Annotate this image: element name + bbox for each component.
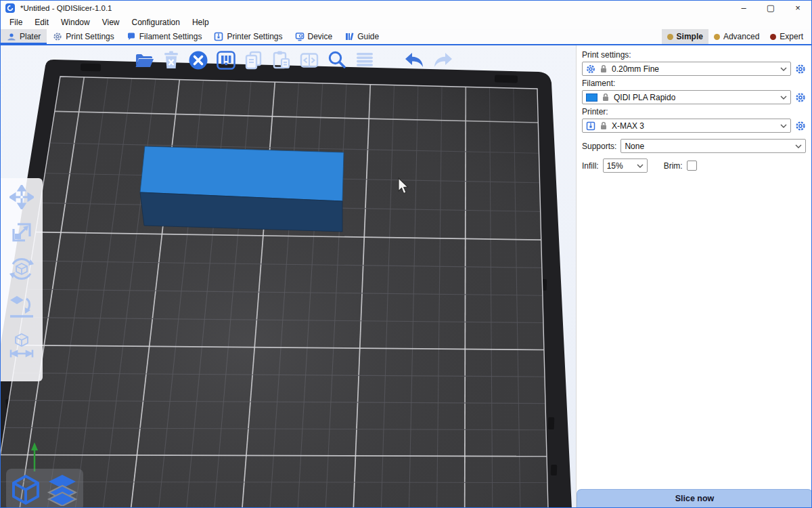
printer-gear-button[interactable] xyxy=(795,121,806,131)
expert-mode-dot-icon xyxy=(770,34,776,40)
window-title: *Untitled - QIDISlicer-1.0.1 xyxy=(20,4,112,12)
tab-plater[interactable]: Plater xyxy=(1,29,47,44)
supports-label: Supports: xyxy=(582,142,616,151)
settings-sidebar: Print settings: 0.20mm Fine Filament: QI… xyxy=(576,45,812,507)
rotate-icon[interactable] xyxy=(8,255,35,282)
tab-bar: Plater Print Settings Filament Settings … xyxy=(1,29,811,45)
arrange-icon[interactable] xyxy=(215,49,237,71)
copy-icon[interactable] xyxy=(243,49,265,71)
filament-icon xyxy=(127,32,136,41)
advanced-mode-dot-icon xyxy=(714,34,720,40)
brim-label: Brim: xyxy=(664,161,683,171)
guide-icon xyxy=(344,32,354,41)
filament-label: Filament: xyxy=(582,79,806,88)
supports-combo[interactable]: None xyxy=(621,139,806,153)
chevron-down-icon xyxy=(637,164,644,168)
slice-now-button[interactable]: Slice now xyxy=(577,489,812,507)
print-settings-value: 0.20mm Fine xyxy=(612,64,659,74)
print-settings-gear-button[interactable] xyxy=(795,64,806,75)
place-on-face-icon[interactable] xyxy=(9,293,35,320)
layer-height-icon[interactable] xyxy=(354,49,376,71)
lock-icon xyxy=(602,93,610,102)
open-file-icon[interactable] xyxy=(133,49,155,71)
measure-icon[interactable] xyxy=(8,331,35,358)
print-settings-combo[interactable]: 0.20mm Fine xyxy=(582,62,791,76)
printer-label: Printer: xyxy=(582,107,806,117)
menu-window[interactable]: Window xyxy=(55,16,96,29)
mode-selector: Simple Advanced Expert xyxy=(662,29,809,44)
filament-color-swatch xyxy=(586,93,597,102)
printer-value: X-MAX 3 xyxy=(612,121,644,131)
move-icon[interactable] xyxy=(9,185,34,209)
mode-simple[interactable]: Simple xyxy=(662,29,708,44)
filament-gear-button[interactable] xyxy=(795,92,806,103)
menu-help[interactable]: Help xyxy=(186,16,215,29)
plater-icon xyxy=(7,32,16,41)
maximize-button[interactable]: ▢ xyxy=(757,1,784,16)
lock-icon xyxy=(600,121,608,130)
undo-icon[interactable] xyxy=(403,49,426,71)
delete-icon[interactable] xyxy=(161,49,181,71)
model-object-box[interactable] xyxy=(140,146,344,232)
tab-print-settings[interactable]: Print Settings xyxy=(47,29,120,44)
lock-icon xyxy=(600,64,608,73)
menu-edit[interactable]: Edit xyxy=(28,16,55,29)
menu-file[interactable]: File xyxy=(3,16,28,29)
tab-guide[interactable]: Guide xyxy=(338,29,385,44)
3d-editor-view-icon[interactable] xyxy=(10,473,41,506)
3d-viewport[interactable] xyxy=(1,45,576,508)
toolbar-separator xyxy=(382,60,397,61)
app-logo-icon xyxy=(5,3,15,13)
chevron-down-icon xyxy=(780,96,787,100)
gear-icon xyxy=(586,64,595,74)
menu-configuration[interactable]: Configuration xyxy=(126,16,186,29)
menu-bar: File Edit Window View Configuration Help xyxy=(1,16,811,29)
infill-combo[interactable]: 15% xyxy=(603,158,648,173)
search-icon[interactable] xyxy=(326,49,348,71)
filament-value: QIDI PLA Rapido xyxy=(614,93,675,102)
printer-icon xyxy=(586,121,595,131)
device-icon xyxy=(295,32,304,41)
chevron-down-icon xyxy=(780,67,787,71)
menu-view[interactable]: View xyxy=(96,16,126,29)
qidislicer-window: *Untitled - QIDISlicer-1.0.1 – ▢ × File … xyxy=(0,0,812,508)
printer-icon xyxy=(214,32,223,41)
minimize-button[interactable]: – xyxy=(730,1,757,16)
preview-layers-icon[interactable] xyxy=(45,473,79,506)
tab-printer-settings[interactable]: Printer Settings xyxy=(208,29,288,44)
tab-filament-settings[interactable]: Filament Settings xyxy=(120,29,208,44)
printer-combo[interactable]: X-MAX 3 xyxy=(582,119,791,133)
view-switch-panel xyxy=(6,469,83,508)
close-button[interactable]: × xyxy=(784,1,811,16)
delete-all-icon[interactable] xyxy=(187,49,209,71)
infill-value: 15% xyxy=(607,161,623,171)
instances-icon[interactable] xyxy=(298,49,320,71)
chevron-down-icon xyxy=(780,124,787,128)
scale-icon[interactable] xyxy=(9,220,34,245)
supports-value: None xyxy=(625,142,644,151)
top-toolbar xyxy=(133,48,455,72)
brim-checkbox[interactable] xyxy=(687,161,697,171)
print-settings-label: Print settings: xyxy=(582,50,806,60)
filament-combo[interactable]: QIDI PLA Rapido xyxy=(582,90,791,104)
redo-icon[interactable] xyxy=(432,49,455,71)
simple-mode-dot-icon xyxy=(667,34,673,40)
left-toolbar xyxy=(1,178,43,381)
title-bar: *Untitled - QIDISlicer-1.0.1 – ▢ × xyxy=(1,1,811,16)
chevron-down-icon xyxy=(795,144,802,148)
tab-device[interactable]: Device xyxy=(289,29,339,44)
infill-label: Infill: xyxy=(582,161,599,171)
gear-icon xyxy=(53,32,62,41)
mode-expert[interactable]: Expert xyxy=(765,29,809,44)
mode-advanced[interactable]: Advanced xyxy=(708,29,765,44)
paste-icon[interactable] xyxy=(271,49,292,71)
bed-lighting xyxy=(1,77,548,508)
